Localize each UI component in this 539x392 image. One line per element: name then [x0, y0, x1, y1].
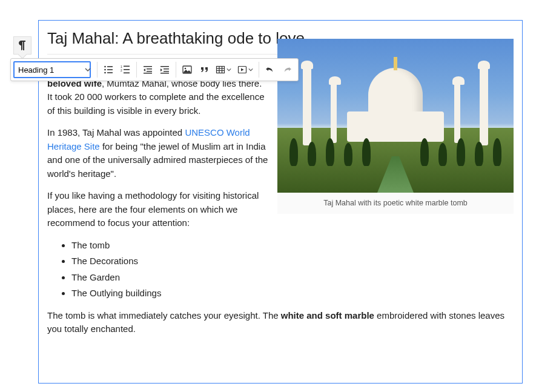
numbered-list-icon: 12 [121, 65, 130, 75]
table-button[interactable] [213, 61, 234, 78]
image-icon [182, 65, 192, 75]
bulleted-list-button[interactable] [100, 61, 117, 78]
numbered-list-button[interactable]: 12 [117, 61, 134, 78]
blockquote-icon [199, 65, 209, 75]
formatting-toolbar: 12 [10, 58, 299, 81]
attention-list[interactable]: The tomb The Decorations The Garden The … [71, 239, 514, 301]
redo-icon [282, 65, 292, 75]
toolbar-separator [259, 62, 259, 78]
media-button[interactable] [234, 61, 256, 78]
toolbar-separator [136, 62, 137, 78]
show-blocks-button[interactable] [13, 36, 31, 55]
media-icon [237, 65, 247, 75]
document-body[interactable]: Taj Mahal with its poetic white marble t… [47, 63, 514, 336]
paragraph[interactable]: The tomb is what immediately catches you… [47, 309, 514, 336]
toolbar-separator [176, 62, 176, 78]
toolbar-separator [97, 62, 98, 78]
outdent-icon [143, 65, 153, 75]
svg-rect-13 [147, 71, 152, 72]
chevron-down-icon [227, 67, 231, 72]
svg-rect-9 [124, 69, 130, 70]
text: The tomb is what immediately catches you… [47, 310, 281, 321]
list-item[interactable]: The Decorations [71, 254, 514, 268]
heading-select-wrap [13, 61, 94, 78]
svg-point-4 [104, 72, 106, 74]
heading-select[interactable] [13, 61, 91, 78]
list-item[interactable]: The Outlying buildings [71, 287, 514, 301]
undo-button[interactable] [262, 61, 279, 78]
image-caption[interactable]: Taj Mahal with its poetic white marble t… [277, 193, 514, 214]
list-item[interactable]: The Garden [71, 271, 514, 285]
svg-point-0 [104, 66, 106, 68]
editor-container: 12 Taj Mahal: A [38, 20, 523, 384]
svg-point-2 [104, 69, 106, 71]
svg-rect-21 [217, 67, 225, 73]
svg-rect-10 [124, 73, 130, 74]
svg-rect-12 [147, 68, 152, 70]
svg-rect-11 [144, 66, 152, 67]
image-button[interactable] [179, 61, 196, 78]
bulleted-list-icon [104, 65, 113, 75]
svg-rect-14 [144, 73, 152, 74]
chevron-down-icon [248, 67, 253, 72]
bold-text: white and soft marble [281, 310, 374, 321]
svg-point-20 [185, 68, 187, 70]
svg-rect-5 [107, 72, 113, 73]
svg-text:2: 2 [121, 68, 122, 72]
undo-icon [265, 65, 275, 75]
indent-button[interactable] [156, 61, 173, 78]
list-item[interactable]: The tomb [71, 239, 514, 253]
svg-rect-18 [160, 73, 169, 74]
text: In 1983, Taj Mahal was appointed [47, 127, 185, 138]
svg-rect-3 [107, 69, 113, 70]
image-placeholder[interactable] [277, 39, 514, 193]
outdent-button[interactable] [139, 61, 156, 78]
blockquote-button[interactable] [196, 61, 213, 78]
pilcrow-icon [18, 41, 27, 50]
svg-rect-15 [160, 66, 169, 67]
svg-rect-7 [124, 66, 130, 67]
image-figure[interactable]: Taj Mahal with its poetic white marble t… [277, 39, 514, 214]
indent-icon [160, 65, 170, 75]
table-icon [216, 65, 225, 75]
svg-rect-17 [164, 71, 169, 72]
redo-button[interactable] [279, 61, 296, 78]
svg-rect-1 [107, 66, 113, 67]
svg-rect-16 [164, 68, 169, 70]
